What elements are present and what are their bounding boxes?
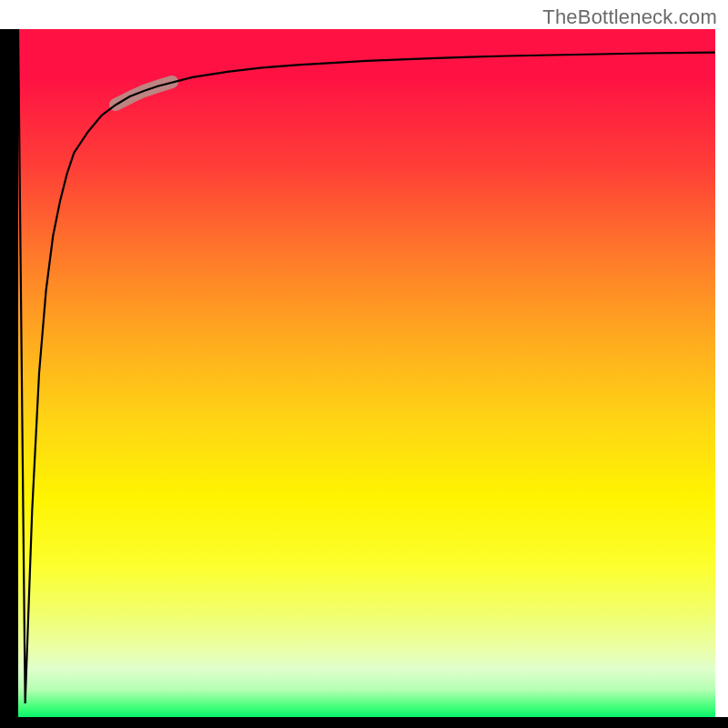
bottleneck-curve	[18, 29, 715, 703]
x-axis	[0, 717, 728, 728]
attribution-text: TheBottleneck.com	[542, 5, 717, 29]
y-axis	[0, 29, 18, 717]
chart-stage: TheBottleneck.com	[0, 0, 728, 728]
curve-layer	[18, 29, 715, 717]
